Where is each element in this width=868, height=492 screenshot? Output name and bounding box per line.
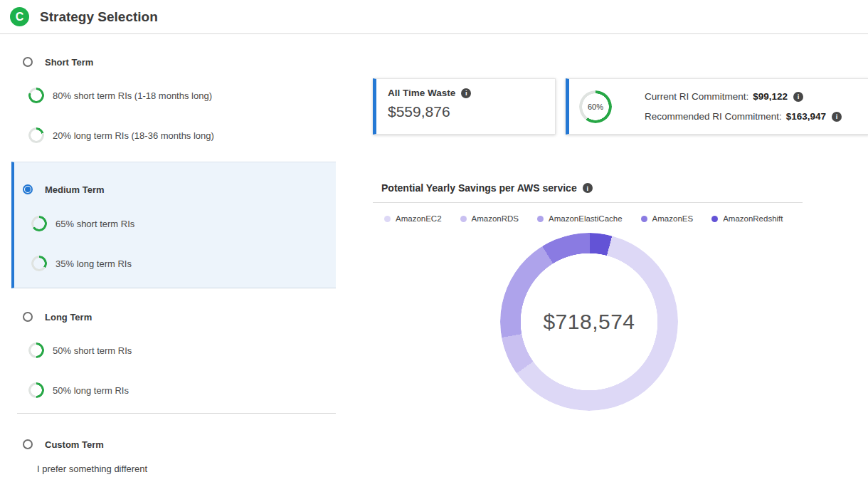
current-commitment-label: Current RI Commitment: xyxy=(645,91,748,102)
option-row: 65% short term RIs xyxy=(31,216,134,231)
legend-item-amazonec2[interactable]: AmazonEC2 xyxy=(384,214,442,223)
option-row: 50% long term RIs xyxy=(28,382,129,398)
waste-card-title: All Time Waste xyxy=(388,88,455,98)
radio-custom-term[interactable] xyxy=(23,439,33,449)
all-time-waste-card: All Time Waste $559,876 xyxy=(373,78,556,135)
legend-item-amazonrds[interactable]: AmazonRDS xyxy=(460,214,519,223)
option-row: 50% short term RIs xyxy=(28,342,132,358)
progress-ring-icon xyxy=(28,342,44,358)
divider xyxy=(17,413,336,414)
strategy-medium-term-panel[interactable]: Medium Term 65% short term RIs 35% long … xyxy=(11,162,336,288)
donut-center-total: $718,574 xyxy=(500,233,678,411)
progress-ring-icon xyxy=(28,88,44,103)
current-commitment-value: $99,122 xyxy=(753,91,788,102)
legend-dot xyxy=(641,216,647,222)
legend-dot xyxy=(384,216,391,222)
custom-term-description: I prefer something different xyxy=(37,464,147,474)
progress-ring-icon xyxy=(31,256,47,271)
radio-short-term[interactable] xyxy=(23,57,33,67)
option-label: 50% long term RIs xyxy=(53,385,129,396)
strategy-custom-term[interactable]: Custom Term xyxy=(23,438,104,451)
commitment-progress-ring: 60% xyxy=(579,90,612,123)
option-label: 35% long term RIs xyxy=(55,258,132,269)
progress-ring-icon xyxy=(31,216,47,231)
current-commitment-row: Current RI Commitment: $99,122 xyxy=(645,91,842,102)
option-row: 80% short term RIs (1-18 months long) xyxy=(28,88,212,103)
option-label: 20% long term RIs (18-36 months long) xyxy=(53,130,214,141)
strategy-selection-page: C Strategy Selection Short Term 80% shor… xyxy=(0,0,868,492)
option-label: 65% short term RIs xyxy=(55,219,134,229)
legend-dot xyxy=(711,216,718,222)
commitment-ring-label: 60% xyxy=(579,90,612,123)
recommended-commitment-row: Recommended RI Commitment: $163,947 xyxy=(645,111,842,122)
recommended-commitment-value: $163,947 xyxy=(786,111,826,122)
savings-section-header: Potential Yearly Savings per AWS service xyxy=(381,182,593,194)
strategy-label: Long Term xyxy=(45,312,92,323)
progress-ring-icon xyxy=(28,127,44,143)
strategy-long-term[interactable]: Long Term xyxy=(23,310,92,323)
legend-item-amazones[interactable]: AmazonES xyxy=(641,214,694,223)
strategy-short-term[interactable]: Short Term xyxy=(23,56,93,68)
cloudability-logo-icon: C xyxy=(10,7,29,26)
option-label: 80% short term RIs (1-18 months long) xyxy=(53,90,212,101)
strategy-medium-term[interactable]: Medium Term xyxy=(23,183,105,196)
savings-chart-title: Potential Yearly Savings per AWS service xyxy=(381,182,577,194)
option-row: 20% long term RIs (18-36 months long) xyxy=(28,127,214,143)
waste-card-value: $559,876 xyxy=(388,103,544,120)
strategy-label: Short Term xyxy=(45,57,93,68)
savings-donut-chart: $718,574 xyxy=(500,233,678,411)
info-icon[interactable] xyxy=(793,92,803,102)
page-title: Strategy Selection xyxy=(40,9,158,25)
chart-legend: AmazonEC2 AmazonRDS AmazonElastiCache Am… xyxy=(384,214,783,223)
progress-ring-icon xyxy=(28,382,44,398)
strategy-label: Medium Term xyxy=(45,184,105,195)
radio-long-term[interactable] xyxy=(23,312,33,322)
legend-dot xyxy=(537,216,544,222)
legend-item-amazonelasticache[interactable]: AmazonElastiCache xyxy=(537,214,623,223)
info-icon[interactable] xyxy=(583,183,593,193)
legend-dot xyxy=(460,216,467,222)
recommended-commitment-label: Recommended RI Commitment: xyxy=(645,111,782,122)
info-icon[interactable] xyxy=(832,112,842,122)
legend-item-amazonredshift[interactable]: AmazonRedshift xyxy=(711,214,783,223)
info-icon[interactable] xyxy=(461,88,471,98)
ri-commitment-card: 60% Current RI Commitment: $99,122 Recom… xyxy=(566,78,868,135)
radio-medium-term[interactable] xyxy=(23,184,33,194)
strategy-label: Custom Term xyxy=(45,439,104,450)
option-label: 50% short term RIs xyxy=(53,345,132,356)
page-header: C Strategy Selection xyxy=(0,0,868,34)
option-row: 35% long term RIs xyxy=(31,256,132,271)
divider xyxy=(373,202,803,203)
